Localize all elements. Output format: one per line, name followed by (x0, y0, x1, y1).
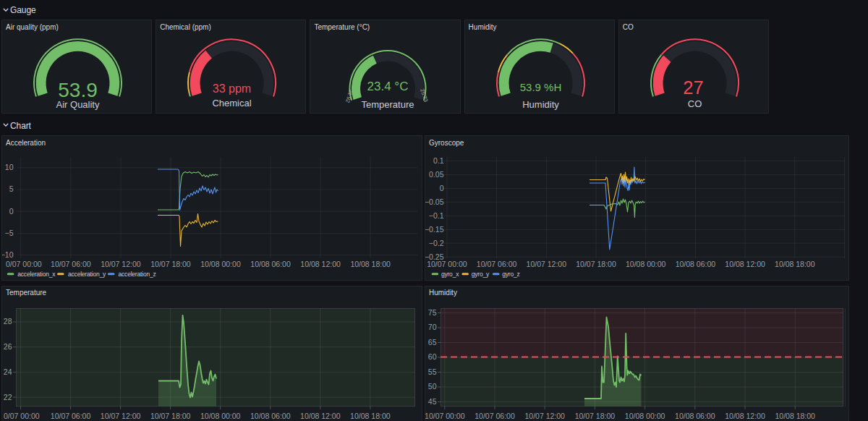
svg-text:acceleration_z: acceleration_z (119, 271, 156, 278)
svg-text:10/08 12:00: 10/08 12:00 (300, 411, 341, 420)
svg-text:0: 0 (440, 184, 444, 192)
svg-text:33 ppm: 33 ppm (213, 82, 251, 95)
svg-text:0.1: 0.1 (433, 156, 444, 165)
svg-text:10/07 18:00: 10/07 18:00 (575, 411, 616, 420)
svg-text:gyro_z: gyro_z (502, 271, 519, 278)
svg-text:75: 75 (428, 307, 437, 316)
svg-text:10/07 00:00: 10/07 00:00 (427, 260, 467, 268)
svg-text:53.9: 53.9 (58, 79, 98, 101)
svg-text:Humidity: Humidity (522, 99, 559, 110)
svg-text:10/08 18:00: 10/08 18:00 (775, 411, 815, 420)
svg-text:10/07 12:00: 10/07 12:00 (101, 411, 141, 420)
svg-text:10/07 12:00: 10/07 12:00 (101, 260, 141, 268)
svg-text:0.05: 0.05 (429, 170, 444, 179)
svg-text:5: 5 (9, 184, 14, 193)
svg-text:21.92: 21.92 (344, 88, 354, 103)
svg-text:60: 60 (428, 352, 437, 361)
svg-text:acceleration_x: acceleration_x (17, 271, 56, 278)
svg-text:10/08 00:00: 10/08 00:00 (625, 411, 665, 420)
svg-text:acceleration_y: acceleration_y (68, 271, 106, 278)
svg-text:27: 27 (683, 77, 703, 98)
svg-text:gyro_x: gyro_x (441, 271, 459, 278)
svg-text:10/08 12:00: 10/08 12:00 (300, 260, 341, 268)
svg-text:10/08 06:00: 10/08 06:00 (675, 411, 715, 420)
svg-text:10/08 06:00: 10/08 06:00 (250, 260, 291, 268)
svg-text:10/07 00:00: 10/07 00:00 (425, 411, 465, 420)
svg-text:−0.05: −0.05 (425, 197, 444, 206)
svg-text:−0.1: −0.1 (429, 211, 444, 220)
svg-text:−10: −10 (2, 250, 14, 259)
svg-text:28: 28 (4, 317, 12, 326)
svg-text:−5: −5 (5, 229, 14, 237)
svg-text:10/08 18:00: 10/08 18:00 (775, 260, 815, 268)
svg-text:65: 65 (428, 337, 437, 346)
svg-text:10/07 06:00: 10/07 06:00 (475, 411, 515, 420)
svg-text:10/07 18:00: 10/07 18:00 (576, 260, 616, 268)
svg-text:10/08 12:00: 10/08 12:00 (725, 260, 765, 268)
svg-text:gyro_y: gyro_y (472, 271, 490, 278)
svg-text:53.9 %H: 53.9 %H (519, 81, 561, 93)
svg-text:10/08 00:00: 10/08 00:00 (200, 411, 241, 420)
svg-text:10/08 12:00: 10/08 12:00 (725, 411, 765, 420)
svg-text:0: 0 (9, 207, 14, 216)
svg-text:0/07 00:00: 0/07 00:00 (6, 260, 42, 268)
svg-text:CO: CO (688, 98, 702, 109)
svg-text:23.4 °C: 23.4 °C (367, 80, 409, 93)
svg-text:70: 70 (428, 323, 437, 331)
svg-text:−0.2: −0.2 (429, 239, 444, 247)
svg-text:50: 50 (428, 382, 437, 391)
svg-text:10/07 12:00: 10/07 12:00 (527, 260, 567, 268)
svg-text:10/07 06:00: 10/07 06:00 (477, 260, 517, 268)
svg-text:24: 24 (4, 367, 12, 375)
svg-text:55: 55 (428, 367, 437, 375)
svg-text:10/08 18:00: 10/08 18:00 (350, 411, 391, 420)
svg-text:10/07 06:00: 10/07 06:00 (51, 260, 91, 268)
svg-text:10/08 06:00: 10/08 06:00 (676, 260, 716, 268)
svg-text:10/07 06:00: 10/07 06:00 (51, 411, 91, 420)
svg-text:10/07 18:00: 10/07 18:00 (150, 411, 191, 420)
svg-text:10/07 18:00: 10/07 18:00 (150, 260, 191, 268)
svg-text:10/08 06:00: 10/08 06:00 (250, 411, 291, 420)
svg-text:10/08 18:00: 10/08 18:00 (350, 260, 391, 268)
svg-text:0/07 00:00: 0/07 00:00 (4, 411, 40, 420)
svg-text:Air Quality: Air Quality (56, 99, 100, 110)
svg-text:−0.15: −0.15 (425, 225, 444, 234)
svg-text:10/08 00:00: 10/08 00:00 (626, 260, 666, 268)
svg-text:45: 45 (428, 396, 437, 405)
svg-text:10/07 12:00: 10/07 12:00 (524, 411, 565, 420)
svg-text:26: 26 (4, 342, 12, 351)
svg-text:10: 10 (5, 163, 14, 171)
svg-text:Chemical: Chemical (213, 98, 252, 109)
svg-text:Temperature: Temperature (362, 99, 414, 110)
svg-text:22: 22 (4, 392, 12, 401)
svg-text:10/08 00:00: 10/08 00:00 (200, 260, 241, 268)
